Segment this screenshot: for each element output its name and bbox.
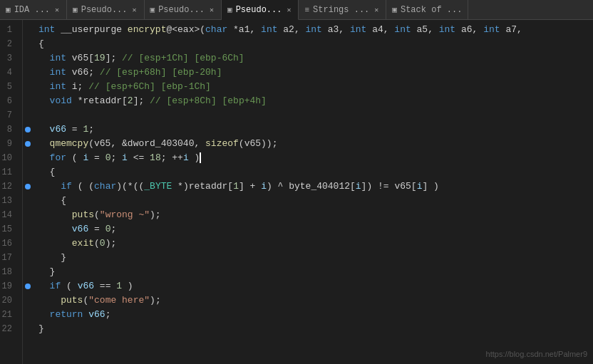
line-numbers: 1 2 3 4 5 6 7 8 9 10 11 12 13 14 15 16 1… bbox=[0, 20, 23, 364]
code-line-9: qmemcpy(v65, &dword_403040, sizeof(v65))… bbox=[38, 137, 587, 151]
line-num-2: 2 bbox=[0, 37, 16, 51]
stack-icon: ▣ bbox=[392, 5, 397, 14]
code-line-6: void *retaddr[2]; // [esp+8Ch] [ebp+4h] bbox=[38, 94, 587, 108]
line-num-9: 9 bbox=[0, 137, 16, 151]
code-line-7 bbox=[38, 108, 587, 123]
dot-row-5 bbox=[23, 80, 33, 94]
breakpoint-dot-9 bbox=[25, 141, 31, 147]
tab-pseudo1[interactable]: ▣ Pseudo... ✕ bbox=[67, 0, 144, 19]
dot-row-19 bbox=[23, 279, 33, 293]
tab-ida[interactable]: ▣ IDA ... ✕ bbox=[0, 0, 67, 19]
breakpoint-dot-12 bbox=[25, 184, 31, 189]
tab-pseudo2-close[interactable]: ✕ bbox=[208, 5, 215, 15]
tab-stack[interactable]: ▣ Stack of ... bbox=[386, 0, 468, 19]
code-line-16: exit(0); bbox=[38, 236, 587, 251]
tab-pseudo3-close[interactable]: ✕ bbox=[285, 5, 292, 15]
pseudo1-icon: ▣ bbox=[73, 5, 78, 14]
dot-row-13 bbox=[23, 194, 33, 208]
line-num-16: 16 bbox=[0, 236, 16, 251]
code-line-5: int i; // [esp+6Ch] [ebp-1Ch] bbox=[38, 80, 587, 94]
code-line-10: for ( i = 0; i <= 18; ++i ) bbox=[38, 151, 587, 165]
dot-row-10 bbox=[23, 151, 33, 165]
line-num-8: 8 bbox=[0, 123, 16, 137]
dot-row-8 bbox=[23, 123, 33, 137]
line-num-13: 13 bbox=[0, 194, 16, 208]
code-line-19: if ( v66 == 1 ) bbox=[38, 279, 587, 293]
dot-row-6 bbox=[23, 94, 33, 108]
watermark: https://blog.csdn.net/Palmer9 bbox=[486, 350, 587, 358]
dot-row-18 bbox=[23, 265, 33, 279]
line-num-7: 7 bbox=[0, 108, 16, 123]
tab-pseudo2-label: Pseudo... bbox=[158, 5, 205, 15]
breakpoint-dot-8 bbox=[25, 127, 31, 132]
line-num-11: 11 bbox=[0, 165, 16, 180]
tab-stack-label: Stack of ... bbox=[401, 5, 462, 15]
dot-row-20 bbox=[23, 293, 33, 308]
code-line-22: } bbox=[38, 322, 587, 336]
tab-strings-label: Strings ... bbox=[313, 5, 369, 15]
pseudo3-icon: ▣ bbox=[227, 5, 232, 14]
dot-row-3 bbox=[23, 51, 33, 66]
pseudo2-icon: ▣ bbox=[150, 5, 155, 14]
dot-row-15 bbox=[23, 222, 33, 236]
code-line-17: } bbox=[38, 251, 587, 265]
tab-strings-close[interactable]: ✕ bbox=[373, 5, 380, 15]
line-num-22: 22 bbox=[0, 322, 16, 336]
line-num-10: 10 bbox=[0, 151, 16, 165]
code-line-14: puts("wrong ~"); bbox=[38, 208, 587, 222]
code-line-2: { bbox=[38, 37, 587, 51]
tab-ida-close[interactable]: ✕ bbox=[53, 5, 61, 15]
line-num-3: 3 bbox=[0, 51, 16, 66]
code-line-3: int v65[19]; // [esp+1Ch] [ebp-6Ch] bbox=[38, 51, 587, 66]
dot-row-11 bbox=[23, 165, 33, 180]
code-line-12: if ( (char)(*((_BYTE *)retaddr[1] + i) ^… bbox=[38, 180, 587, 194]
code-line-20: puts("come here"); bbox=[38, 293, 587, 308]
dot-row-21 bbox=[23, 308, 33, 322]
code-line-4: int v66; // [esp+68h] [ebp-20h] bbox=[38, 66, 587, 80]
ida-icon: ▣ bbox=[6, 5, 11, 14]
code-editor[interactable]: int __userpurge encrypt@<eax>(char *a1, … bbox=[33, 20, 593, 364]
line-num-15: 15 bbox=[0, 222, 16, 236]
line-num-19: 19 bbox=[0, 279, 16, 293]
dot-row-22 bbox=[23, 322, 33, 336]
strings-icon: ≡ bbox=[304, 6, 309, 14]
tab-pseudo3-label: Pseudo... bbox=[236, 5, 282, 15]
dot-row-16 bbox=[23, 236, 33, 251]
code-line-18: } bbox=[38, 265, 587, 279]
line-num-6: 6 bbox=[0, 94, 16, 108]
line-num-18: 18 bbox=[0, 265, 16, 279]
dot-row-17 bbox=[23, 251, 33, 265]
code-line-15: v66 = 0; bbox=[38, 222, 587, 236]
dot-row-9 bbox=[23, 137, 33, 151]
line-num-20: 20 bbox=[0, 293, 16, 308]
code-line-11: { bbox=[38, 165, 587, 180]
code-area: 1 2 3 4 5 6 7 8 9 10 11 12 13 14 15 16 1… bbox=[0, 20, 593, 364]
tab-strings[interactable]: ≡ Strings ... ✕ bbox=[299, 0, 386, 19]
dot-column bbox=[23, 20, 33, 364]
dot-row-12 bbox=[23, 180, 33, 194]
line-num-12: 12 bbox=[0, 180, 16, 194]
line-num-1: 1 bbox=[0, 23, 16, 37]
dot-row-2 bbox=[23, 37, 33, 51]
tab-pseudo3[interactable]: ▣ Pseudo... ✕ bbox=[222, 0, 299, 20]
breakpoint-dot-19 bbox=[25, 284, 31, 289]
line-num-5: 5 bbox=[0, 80, 16, 94]
code-line-13: { bbox=[38, 194, 587, 208]
tab-bar: ▣ IDA ... ✕ ▣ Pseudo... ✕ ▣ Pseudo... ✕ … bbox=[0, 0, 593, 20]
code-line-8: v66 = 1; bbox=[38, 123, 587, 137]
code-line-21: return v66; bbox=[38, 308, 587, 322]
code-line-1: int __userpurge encrypt@<eax>(char *a1, … bbox=[38, 23, 587, 37]
line-num-17: 17 bbox=[0, 251, 16, 265]
dot-row-4 bbox=[23, 66, 33, 80]
line-num-4: 4 bbox=[0, 66, 16, 80]
dot-row-7 bbox=[23, 108, 33, 123]
tab-ida-label: IDA ... bbox=[14, 5, 50, 15]
tab-pseudo1-close[interactable]: ✕ bbox=[131, 5, 138, 15]
line-num-21: 21 bbox=[0, 308, 16, 322]
tab-pseudo2[interactable]: ▣ Pseudo... ✕ bbox=[145, 0, 222, 19]
tab-pseudo1-label: Pseudo... bbox=[81, 5, 128, 15]
dot-row-14 bbox=[23, 208, 33, 222]
dot-row-1 bbox=[23, 23, 33, 37]
line-num-14: 14 bbox=[0, 208, 16, 222]
